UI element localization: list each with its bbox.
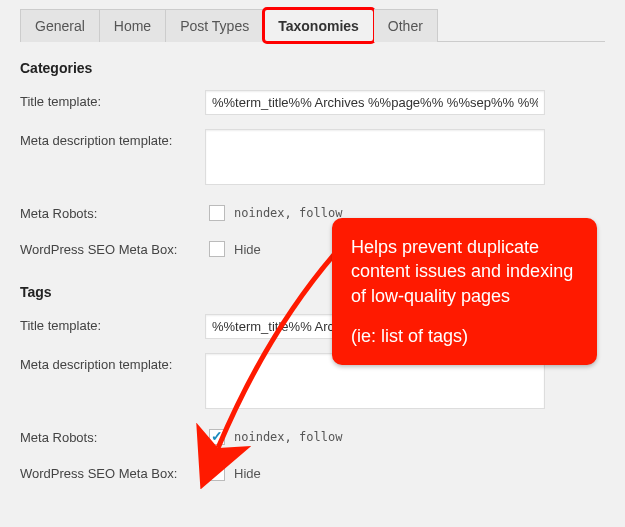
tab-home[interactable]: Home xyxy=(100,9,166,42)
tags-seo-box-checkbox[interactable] xyxy=(209,465,225,481)
tags-seo-box-label: WordPress SEO Meta Box: xyxy=(20,462,205,481)
categories-title-input[interactable] xyxy=(205,90,545,115)
tags-seo-box-text: Hide xyxy=(234,466,261,481)
categories-title-label: Title template: xyxy=(20,90,205,109)
categories-meta-desc-input[interactable] xyxy=(205,129,545,185)
tags-meta-desc-label: Meta description template: xyxy=(20,353,205,372)
categories-heading: Categories xyxy=(20,60,605,76)
categories-robots-label: Meta Robots: xyxy=(20,202,205,221)
tags-title-label: Title template: xyxy=(20,314,205,333)
tab-taxonomies[interactable]: Taxonomies xyxy=(264,9,374,42)
categories-robots-checkbox[interactable] xyxy=(209,205,225,221)
tab-post-types[interactable]: Post Types xyxy=(166,9,264,42)
annotation-text-2: (ie: list of tags) xyxy=(351,324,578,348)
categories-meta-desc-label: Meta description template: xyxy=(20,129,205,148)
tab-general[interactable]: General xyxy=(20,9,100,42)
settings-tabs: General Home Post Types Taxonomies Other xyxy=(20,8,605,42)
tags-robots-label: Meta Robots: xyxy=(20,426,205,445)
annotation-arrow xyxy=(208,230,348,460)
categories-robots-text: noindex, follow xyxy=(234,206,342,220)
categories-seo-box-label: WordPress SEO Meta Box: xyxy=(20,238,205,257)
tab-other[interactable]: Other xyxy=(374,9,438,42)
annotation-text-1: Helps prevent duplicate content issues a… xyxy=(351,235,578,308)
annotation-callout: Helps prevent duplicate content issues a… xyxy=(332,218,597,365)
